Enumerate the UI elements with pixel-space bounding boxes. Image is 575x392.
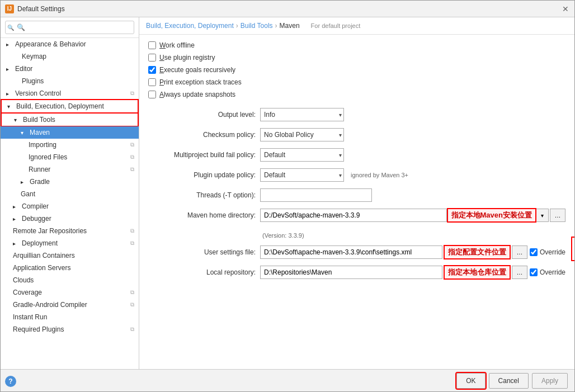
work-offline-checkbox[interactable] bbox=[148, 41, 156, 49]
arrow-icon bbox=[13, 78, 20, 84]
always-update-checkbox[interactable] bbox=[148, 91, 156, 98]
output-level-dropdown[interactable]: Info Debug Quiet bbox=[260, 108, 344, 121]
sidebar-item-build-execution-deployment[interactable]: ▾ Build, Execution, Deployment bbox=[2, 100, 138, 112]
sidebar-item-build-tools[interactable]: ▾ Build Tools bbox=[2, 114, 138, 126]
search-input[interactable] bbox=[5, 21, 134, 34]
maven-home-path-row: 指定本地Maven安装位置 ▾ … bbox=[260, 209, 565, 222]
output-level-row: Output level: Info Debug Quiet bbox=[148, 107, 565, 122]
threads-control bbox=[260, 188, 565, 202]
sidebar-item-compiler[interactable]: ▸ Compiler bbox=[1, 200, 139, 212]
arrow-icon: ▾ bbox=[7, 103, 14, 110]
execute-goals-checkbox[interactable] bbox=[148, 66, 156, 74]
window-title: Default Settings bbox=[17, 5, 65, 13]
sidebar-item-ignored-files[interactable]: Ignored Files ⧉ bbox=[1, 151, 139, 163]
copy-icon: ⧉ bbox=[130, 228, 134, 234]
sidebar-item-clouds[interactable]: Clouds bbox=[1, 274, 139, 286]
sidebar-item-importing[interactable]: Importing ⧉ bbox=[1, 139, 139, 151]
threads-input[interactable] bbox=[260, 188, 372, 202]
arrow-icon: ▸ bbox=[21, 179, 27, 185]
arrow-icon: ▸ bbox=[6, 41, 13, 48]
sidebar-item-instant-run[interactable]: Instant Run bbox=[1, 311, 139, 323]
sidebar-item-appearance-behavior[interactable]: ▸ Appearance & Behavior bbox=[1, 38, 139, 50]
sidebar-label: Remote Jar Repositories bbox=[13, 227, 87, 235]
plugin-update-dropdown[interactable]: Default Always Never bbox=[260, 168, 344, 182]
user-settings-browse-btn[interactable]: … bbox=[512, 245, 527, 259]
checksum-policy-dropdown[interactable]: No Global Policy Strict Warn bbox=[260, 128, 344, 141]
print-exception-row: Print exception stack traces bbox=[148, 78, 565, 86]
breadcrumb-maven: Maven bbox=[280, 22, 300, 30]
threads-row: Threads (-T option): bbox=[148, 188, 565, 202]
multiproject-dropdown[interactable]: Default Fail at end Fail never bbox=[260, 148, 344, 162]
sidebar-label: Deployment bbox=[22, 239, 58, 247]
sidebar-item-editor[interactable]: ▸ Editor bbox=[1, 63, 139, 75]
copy-icon: ⧉ bbox=[130, 141, 134, 148]
sidebar-item-plugins[interactable]: Plugins bbox=[1, 75, 139, 87]
breadcrumb-build-tools[interactable]: Build Tools bbox=[241, 22, 273, 30]
checksum-policy-row: Checksum policy: No Global Policy Strict… bbox=[148, 127, 565, 142]
sidebar-item-runner[interactable]: Runner ⧉ bbox=[1, 163, 139, 176]
sidebar-item-gradle[interactable]: ▸ Gradle bbox=[1, 176, 139, 188]
multiproject-dropdown-wrap: Default Fail at end Fail never bbox=[260, 148, 344, 162]
plugin-update-control: Default Always Never ignored by Maven 3+ bbox=[260, 168, 565, 182]
arrow-icon: ▾ bbox=[14, 117, 21, 123]
print-exception-checkbox[interactable] bbox=[148, 78, 156, 86]
breadcrumb-for-default: For default project bbox=[311, 22, 361, 29]
sidebar-item-version-control[interactable]: ▸ Version Control ⧉ bbox=[1, 87, 139, 100]
search-wrap bbox=[5, 21, 134, 34]
user-settings-control: 指定配置文件位置 … Override bbox=[260, 245, 565, 259]
maven-home-dropdown-btn[interactable]: ▾ bbox=[536, 209, 549, 222]
breadcrumb-sep2: › bbox=[275, 22, 277, 30]
local-repo-input[interactable] bbox=[260, 266, 442, 279]
user-settings-override-checkbox[interactable] bbox=[530, 248, 538, 256]
user-settings-override-row: Override bbox=[530, 248, 565, 256]
sidebar-label: Coverage bbox=[13, 289, 42, 296]
sidebar-item-maven[interactable]: ▾ Maven bbox=[1, 126, 139, 139]
close-button[interactable]: ✕ bbox=[561, 4, 570, 13]
plugin-update-dropdown-wrap: Default Always Never bbox=[260, 168, 344, 182]
sidebar-item-gradle-android[interactable]: Gradle-Android Compiler ⧉ bbox=[1, 299, 139, 311]
checksum-policy-label: Checksum policy: bbox=[148, 131, 260, 139]
output-level-label: Output level: bbox=[148, 111, 260, 119]
sidebar-label: Clouds bbox=[13, 276, 34, 284]
sidebar-label: Ignored Files bbox=[29, 153, 67, 161]
maven-home-input[interactable] bbox=[260, 209, 447, 222]
sidebar-item-remote-jar-repos[interactable]: Remote Jar Repositories ⧉ bbox=[1, 225, 139, 237]
local-repo-override-label: Override bbox=[540, 268, 565, 276]
sidebar-item-application-servers[interactable]: Application Servers bbox=[1, 262, 139, 274]
sidebar-item-debugger[interactable]: ▸ Debugger bbox=[1, 212, 139, 225]
work-offline-row: Work offline bbox=[148, 41, 565, 49]
ok-button[interactable]: OK bbox=[456, 373, 485, 389]
help-icon[interactable]: ? bbox=[5, 376, 16, 387]
sidebar-label: Build Tools bbox=[23, 116, 55, 124]
output-level-dropdown-wrap: Info Debug Quiet bbox=[260, 108, 344, 121]
user-settings-input[interactable] bbox=[260, 245, 442, 259]
sidebar-item-gant[interactable]: Gant bbox=[1, 188, 139, 200]
maven-home-browse-btn[interactable]: … bbox=[550, 209, 565, 222]
use-plugin-registry-checkbox[interactable] bbox=[148, 54, 156, 62]
copy-icon: ⧉ bbox=[130, 166, 134, 173]
titlebar: IJ Default Settings ✕ bbox=[1, 1, 574, 17]
sidebar-item-coverage[interactable]: Coverage ⧉ bbox=[1, 286, 139, 299]
sidebar-item-arquillian[interactable]: Arquillian Containers bbox=[1, 249, 139, 262]
print-exception-label: Print exception stack traces bbox=[159, 78, 242, 86]
sidebar-item-required-plugins[interactable]: Required Plugins ⧉ bbox=[1, 323, 139, 336]
sidebar-label: Gant bbox=[21, 190, 35, 198]
local-repo-row: Local repository: 指定本地仓库位置 … Override 勾选 bbox=[148, 265, 565, 280]
sidebar-label: Application Servers bbox=[13, 264, 70, 272]
sidebar-item-deployment[interactable]: ▸ Deployment ⧉ bbox=[1, 237, 139, 249]
sidebar-label: Appearance & Behavior bbox=[15, 40, 86, 48]
local-repo-browse-btn[interactable]: … bbox=[512, 266, 527, 279]
sidebar-label: Importing bbox=[29, 141, 56, 149]
cancel-button[interactable]: Cancel bbox=[489, 373, 529, 389]
local-repo-override-checkbox[interactable] bbox=[530, 268, 538, 276]
checksum-policy-dropdown-wrap: No Global Policy Strict Warn bbox=[260, 128, 344, 141]
arrow-icon: ▸ bbox=[6, 91, 13, 97]
sidebar-label: Instant Run bbox=[13, 313, 47, 321]
sidebar-label: Compiler bbox=[22, 202, 49, 210]
breadcrumb-sep1: › bbox=[236, 22, 238, 30]
apply-button[interactable]: Apply bbox=[532, 373, 568, 389]
copy-icon: ⧉ bbox=[130, 240, 134, 247]
breadcrumb-build[interactable]: Build, Execution, Deployment bbox=[146, 22, 234, 30]
sidebar-label: Keymap bbox=[22, 53, 46, 60]
sidebar-item-keymap[interactable]: Keymap bbox=[1, 50, 139, 63]
